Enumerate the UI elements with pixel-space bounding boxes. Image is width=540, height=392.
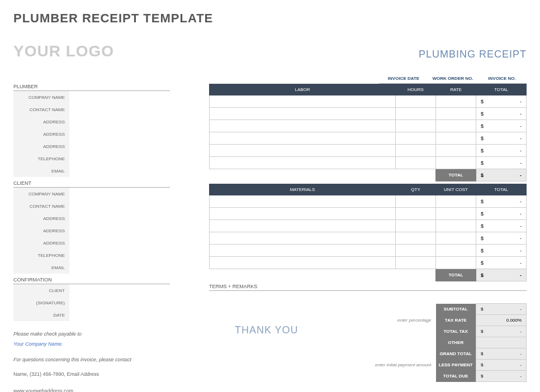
client-email-label: EMAIL bbox=[13, 261, 69, 274]
confirmation-client-label: CLIENT bbox=[13, 284, 69, 297]
table-row[interactable]: $- bbox=[210, 195, 527, 208]
payable-line1: Please make check payable to bbox=[13, 329, 170, 339]
table-row[interactable]: $- bbox=[210, 132, 527, 145]
labor-header-rate: RATE bbox=[436, 84, 476, 95]
plumber-email-label: EMAIL bbox=[13, 165, 69, 177]
client-address1-label: ADDRESS bbox=[13, 212, 69, 224]
table-row[interactable]: $- bbox=[210, 145, 527, 157]
table-row[interactable]: $- bbox=[210, 120, 527, 132]
client-address2-label: ADDRESS bbox=[13, 224, 69, 237]
confirmation-client-value[interactable] bbox=[69, 284, 170, 297]
taxrate-label: TAX RATE bbox=[436, 315, 476, 326]
grandtotal-value: $- bbox=[476, 348, 527, 360]
client-contact-value[interactable] bbox=[69, 200, 170, 212]
materials-total-label: TOTAL bbox=[436, 269, 476, 281]
other-label: OTHER bbox=[436, 337, 476, 348]
plumber-section-header: PLUMBER bbox=[13, 84, 170, 91]
plumber-telephone-label: TELEPHONE bbox=[13, 152, 69, 165]
client-address1-value[interactable] bbox=[69, 212, 170, 224]
table-row[interactable]: $- bbox=[210, 245, 527, 257]
payable-contact-info: Name, (321) 456-7890, Email Address bbox=[13, 369, 170, 379]
client-company-value[interactable] bbox=[69, 188, 170, 200]
invoice-meta: INVOICE DATE WORK ORDER NO. INVOICE NO. bbox=[379, 74, 527, 84]
plumber-address2-value[interactable] bbox=[69, 128, 170, 140]
client-contact-label: CONTACT NAME bbox=[13, 200, 69, 212]
table-row[interactable]: $- bbox=[210, 95, 527, 108]
taxrate-value[interactable]: 0.000% bbox=[476, 315, 527, 326]
client-email-value[interactable] bbox=[69, 261, 170, 274]
table-row[interactable]: $- bbox=[210, 108, 527, 120]
table-row[interactable]: $- bbox=[210, 220, 527, 232]
plumber-email-value[interactable] bbox=[69, 165, 170, 177]
lesspayment-label: LESS PAYMENT bbox=[436, 360, 476, 371]
table-row[interactable]: $- bbox=[210, 257, 527, 269]
invoice-no-label: INVOICE NO. bbox=[477, 74, 527, 84]
confirmation-signature-value[interactable] bbox=[69, 297, 170, 309]
payable-web: www.yourwebaddress.com bbox=[13, 386, 170, 392]
payable-contact-line: For questions concerning this invoice, p… bbox=[13, 355, 170, 365]
table-row[interactable]: $- bbox=[210, 157, 527, 169]
taxrate-hint: enter percentage bbox=[324, 315, 436, 326]
totaldue-label: TOTAL DUE bbox=[436, 371, 476, 382]
plumber-contact-label: CONTACT NAME bbox=[13, 103, 69, 116]
confirmation-signature-label: (SIGNATURE) bbox=[13, 297, 69, 309]
payable-company: Your Company Name. bbox=[13, 339, 170, 349]
labor-total-label: TOTAL bbox=[436, 169, 476, 181]
payable-block: Please make check payable to Your Compan… bbox=[13, 329, 170, 392]
plumber-address2-label: ADDRESS bbox=[13, 128, 69, 140]
plumber-contact-value[interactable] bbox=[69, 103, 170, 116]
summary-table: SUBTOTAL$- enter percentageTAX RATE0.000… bbox=[324, 303, 527, 382]
terms-header: TERMS + REMARKS bbox=[209, 284, 527, 291]
materials-header-unit: UNIT COST bbox=[436, 184, 476, 195]
plumber-address3-label: ADDRESS bbox=[13, 140, 69, 152]
logo-placeholder: YOUR LOGO bbox=[13, 42, 114, 60]
confirmation-date-label: DATE bbox=[13, 309, 69, 321]
table-row[interactable]: $- bbox=[210, 208, 527, 220]
client-company-label: COMPANY NAME bbox=[13, 188, 69, 200]
client-telephone-label: TELEPHONE bbox=[13, 249, 69, 261]
other-value[interactable] bbox=[476, 337, 527, 348]
client-address3-label: ADDRESS bbox=[13, 237, 69, 249]
client-address2-value[interactable] bbox=[69, 224, 170, 237]
confirmation-date-value[interactable] bbox=[69, 309, 170, 321]
lesspayment-value[interactable]: $- bbox=[476, 360, 527, 371]
labor-header-hours: HOURS bbox=[396, 84, 436, 95]
materials-header-main: MATERIALS bbox=[210, 184, 396, 195]
subtotal-value: $- bbox=[476, 304, 527, 315]
client-telephone-value[interactable] bbox=[69, 249, 170, 261]
invoice-date-label: INVOICE DATE bbox=[379, 74, 428, 84]
plumber-address3-value[interactable] bbox=[69, 140, 170, 152]
table-row[interactable]: $- bbox=[210, 232, 527, 245]
subtotal-label: SUBTOTAL bbox=[436, 304, 476, 315]
plumber-address1-label: ADDRESS bbox=[13, 116, 69, 128]
receipt-heading: PLUMBING RECEIPT bbox=[419, 49, 527, 60]
materials-total-value: $- bbox=[476, 269, 527, 281]
materials-header-qty: QTY bbox=[396, 184, 436, 195]
plumber-company-label: COMPANY NAME bbox=[13, 91, 69, 103]
materials-header-total: TOTAL bbox=[476, 184, 527, 195]
page-title: PLUMBER RECEIPT TEMPLATE bbox=[13, 11, 527, 26]
confirmation-section-header: CONFIRMATION bbox=[13, 277, 170, 284]
labor-header-main: LABOR bbox=[210, 84, 396, 95]
totaltax-label: TOTAL TAX bbox=[436, 326, 476, 337]
client-section-header: CLIENT bbox=[13, 180, 170, 188]
labor-header-total: TOTAL bbox=[476, 84, 527, 95]
totaldue-value: $- bbox=[476, 371, 527, 382]
lesspayment-hint: enter initial payment amount bbox=[324, 360, 436, 371]
plumber-address1-value[interactable] bbox=[69, 116, 170, 128]
labor-table: LABOR HOURS RATE TOTAL $- $- $- $- $- $-… bbox=[209, 84, 527, 181]
materials-table: MATERIALS QTY UNIT COST TOTAL $- $- $- $… bbox=[209, 184, 527, 281]
plumber-company-value[interactable] bbox=[69, 91, 170, 103]
work-order-label: WORK ORDER NO. bbox=[428, 74, 477, 84]
labor-total-value: $- bbox=[476, 169, 527, 181]
client-address3-value[interactable] bbox=[69, 237, 170, 249]
plumber-telephone-value[interactable] bbox=[69, 152, 170, 165]
grandtotal-label: GRAND TOTAL bbox=[436, 348, 476, 360]
totaltax-value: $- bbox=[476, 326, 527, 337]
